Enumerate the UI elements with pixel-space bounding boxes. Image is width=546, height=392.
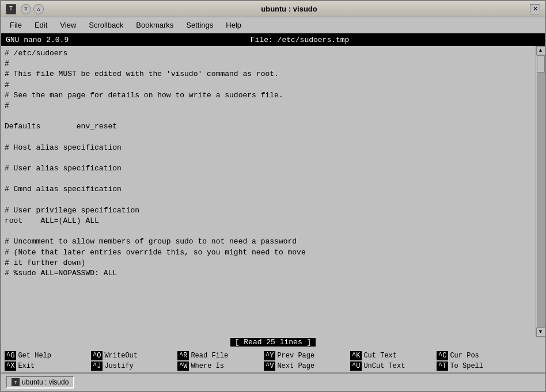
shortcut-label: Cur Pos (450, 352, 479, 360)
editor-line: # Cmnd alias specification (5, 184, 532, 195)
minimize-button[interactable]: ▽ (21, 4, 31, 14)
shortcut-item[interactable]: ^KCut Text (349, 351, 435, 361)
editor-line: root ALL=(ALL) ALL (5, 216, 532, 226)
editor-container: # /etc/sudoers## This file MUST be edite… (1, 46, 545, 337)
shortcut-item[interactable]: ^WWhere Is (176, 361, 263, 371)
shortcut-item[interactable]: ^VNext Page (263, 361, 349, 371)
shortcut-key: ^J (91, 361, 103, 371)
window-title: ubuntu : visudo (48, 5, 530, 13)
taskbar-window-item[interactable]: T ubuntu : visudo (6, 376, 74, 389)
editor-line: # (Note that later entries override this… (5, 248, 532, 258)
shortcut-key: ^R (177, 351, 189, 360)
shortcut-item[interactable]: ^RRead File (176, 351, 263, 361)
shortcut-key: ^C (437, 351, 448, 360)
editor-content[interactable]: # /etc/sudoers## This file MUST be edite… (1, 46, 536, 337)
editor-line: # See the man page for details on how to… (5, 90, 532, 101)
menu-view[interactable]: View (54, 18, 82, 32)
editor-line: # (5, 59, 532, 69)
shortcut-label: Where Is (191, 362, 224, 370)
status-message: [ Read 25 lines ] (230, 338, 316, 347)
editor-line: # it further down) (5, 258, 532, 268)
shortcut-item[interactable]: ^UUnCut Text (349, 361, 435, 371)
editor-line: # (5, 101, 532, 111)
status-bar: [ Read 25 lines ] (1, 337, 545, 349)
main-window: T ▽ △ ubuntu : visudo ✕ File Edit View S… (0, 0, 546, 392)
shortcut-key: ^X (5, 361, 16, 371)
window-icon: T (6, 4, 16, 14)
shortcut-label: UnCut Text (363, 362, 405, 370)
menu-settings[interactable]: Settings (180, 18, 219, 32)
shortcut-label: Read File (191, 352, 228, 360)
scrollbar-thumb[interactable] (537, 55, 545, 73)
shortcut-key: ^T (437, 361, 448, 371)
taskbar-icon: T (12, 378, 20, 386)
shortcut-label: Justify (104, 362, 133, 370)
editor-line: # Uncomment to allow members of group su… (5, 237, 532, 247)
editor-line: # User alias specification (5, 163, 532, 174)
shortcuts-bar: ^GGet Help^OWriteOut^RRead File^YPrev Pa… (1, 349, 545, 372)
shortcut-item[interactable]: ^OWriteOut (90, 351, 176, 361)
editor-line (5, 174, 532, 184)
editor-line (5, 195, 532, 205)
shortcut-key: ^G (5, 351, 16, 360)
editor-line: # (5, 80, 532, 90)
editor-line (5, 153, 532, 163)
editor-line (5, 226, 532, 237)
menu-scrollback[interactable]: Scrollback (82, 18, 130, 32)
title-bar: T ▽ △ ubuntu : visudo ✕ (1, 1, 545, 17)
shortcut-item[interactable]: ^CCur Pos (435, 351, 522, 361)
editor-line: # This file MUST be edited with the 'vis… (5, 69, 532, 79)
shortcut-label: Cut Text (363, 352, 397, 360)
shortcut-key: ^Y (264, 351, 275, 360)
shortcut-item[interactable]: ^TTo Spell (435, 361, 522, 371)
title-bar-buttons-left: ▽ △ (21, 4, 44, 14)
nano-header: GNU nano 2.0.9 File: /etc/sudoers.tmp (1, 33, 545, 46)
scrollbar[interactable]: ▲ ▼ (536, 46, 545, 337)
shortcut-label: WriteOut (104, 352, 138, 360)
editor-line (5, 111, 532, 121)
taskbar: T ubuntu : visudo (1, 372, 545, 391)
nano-filename: File: /etc/sudoers.tmp (69, 36, 531, 44)
nano-version: GNU nano 2.0.9 (6, 36, 69, 44)
menu-bar: File Edit View Scrollback Bookmarks Sett… (1, 17, 545, 33)
shortcut-item[interactable]: ^XExit (3, 361, 90, 371)
maximize-button[interactable]: △ (33, 4, 44, 14)
editor-line: Defaults env_reset (5, 121, 532, 132)
editor-line (5, 132, 532, 143)
shortcut-key: ^V (264, 361, 275, 371)
shortcut-label: Exit (18, 362, 35, 370)
shortcut-key: ^U (350, 361, 362, 371)
shortcut-label: Next Page (277, 362, 314, 370)
scrollbar-down[interactable]: ▼ (536, 328, 545, 337)
editor-line: # /etc/sudoers (5, 48, 532, 59)
menu-edit[interactable]: Edit (28, 18, 54, 32)
menu-help[interactable]: Help (219, 18, 248, 32)
editor-line: # %sudo ALL=NOPASSWD: ALL (5, 268, 532, 279)
editor-line: # Host alias specification (5, 143, 532, 153)
taskbar-label: ubuntu : visudo (22, 378, 69, 386)
shortcut-item[interactable]: ^GGet Help (3, 351, 90, 361)
shortcut-item[interactable]: ^YPrev Page (263, 351, 349, 361)
editor-line: # User privilege specification (5, 205, 532, 216)
shortcut-key: ^O (91, 351, 103, 360)
shortcut-label: Prev Page (277, 352, 314, 360)
menu-file[interactable]: File (3, 18, 28, 32)
scrollbar-up[interactable]: ▲ (536, 46, 545, 55)
shortcut-label: Get Help (18, 352, 51, 360)
shortcut-key: ^K (350, 351, 362, 360)
menu-bookmarks[interactable]: Bookmarks (130, 18, 180, 32)
shortcut-label: To Spell (450, 362, 483, 370)
shortcut-item[interactable]: ^JJustify (90, 361, 176, 371)
shortcut-key: ^W (177, 361, 189, 371)
close-button[interactable]: ✕ (530, 4, 540, 14)
scrollbar-track[interactable] (537, 55, 545, 328)
